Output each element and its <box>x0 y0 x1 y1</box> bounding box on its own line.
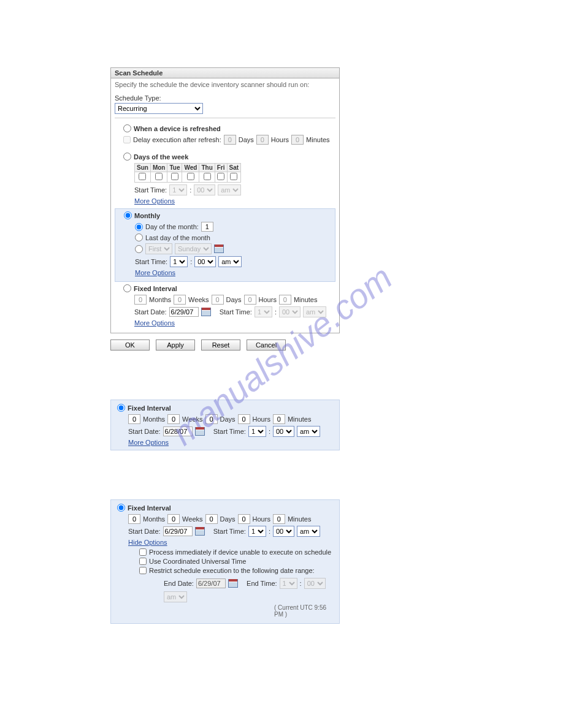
dow-head-fri: Fri <box>215 164 227 172</box>
ordinal-select[interactable]: First <box>145 243 172 254</box>
dow-table: Sun Mon Tue Wed Thu Fri Sat <box>134 163 241 183</box>
fixed-months-label: Months <box>149 296 171 303</box>
fixed3-minute-select[interactable]: 00 <box>273 526 294 537</box>
radio-fixed-3[interactable] <box>117 504 125 512</box>
calendar-icon[interactable] <box>195 527 205 536</box>
apply-button[interactable]: Apply <box>156 339 195 351</box>
fixed3-months-input[interactable] <box>128 514 140 524</box>
fixed-months-input[interactable] <box>134 295 147 305</box>
fixed-ampm-select[interactable]: am <box>303 306 326 317</box>
fixed2-days-input[interactable] <box>205 414 218 424</box>
fixed2-minutes-input[interactable] <box>273 414 285 424</box>
calendar-icon[interactable] <box>228 579 238 588</box>
fixed2-ampm-select[interactable]: am <box>297 426 320 437</box>
radio-fixed[interactable] <box>123 284 131 292</box>
fixed-interval-panel-2: Fixed Interval Months Weeks Days Hours M… <box>110 400 340 450</box>
fixed3-days-input[interactable] <box>205 514 218 524</box>
dow-check-wed[interactable] <box>187 173 194 180</box>
day-of-month-input[interactable] <box>201 222 213 232</box>
dow-minute-select[interactable]: 00 <box>194 184 215 195</box>
fixed2-weeks-input[interactable] <box>167 414 180 424</box>
fixed2-hours-label: Hours <box>253 415 270 423</box>
radio-refresh[interactable] <box>123 124 131 132</box>
ok-button[interactable]: OK <box>110 339 150 351</box>
calendar-icon[interactable] <box>201 308 211 316</box>
refresh-minutes-input[interactable] <box>291 135 304 145</box>
fixed3-minutes-input[interactable] <box>273 514 285 524</box>
monthly-more-options-link[interactable]: More Options <box>135 269 175 276</box>
fixed3-hours-input[interactable] <box>238 514 250 524</box>
opt-utc-checkbox[interactable] <box>139 558 147 565</box>
opt-restrict-range-label: Restrict schedule execution to the follo… <box>149 567 315 574</box>
fixed-minutes-input[interactable] <box>279 295 291 305</box>
fixed3-startdate-label: Start Date: <box>128 528 161 535</box>
fixed3-weeks-input[interactable] <box>167 514 180 524</box>
cancel-button[interactable]: Cancel <box>247 339 286 351</box>
weekday-select[interactable]: Sunday <box>175 243 212 254</box>
fixed-startdate-label: Start Date: <box>134 308 167 316</box>
fixed-days-input[interactable] <box>212 295 224 305</box>
fixed3-hide-options-link[interactable]: Hide Options <box>128 539 167 546</box>
end-minute-select[interactable]: 00 <box>304 578 326 589</box>
opt-process-immediately-checkbox[interactable] <box>139 548 147 556</box>
dow-check-fri[interactable] <box>217 173 224 180</box>
dow-check-mon[interactable] <box>155 173 163 180</box>
fixed3-startdate-input[interactable] <box>163 526 193 536</box>
fixed3-ampm-select[interactable]: am <box>297 526 320 537</box>
calendar-icon[interactable] <box>214 245 224 253</box>
dow-ampm-select[interactable]: am <box>218 184 241 195</box>
reset-button[interactable]: Reset <box>201 339 240 351</box>
day-of-month-label: Day of the month: <box>145 223 199 230</box>
dow-label: Days of the week <box>134 153 188 161</box>
radio-last-day[interactable] <box>135 233 143 241</box>
end-time-label: End Time: <box>247 580 277 587</box>
dow-more-options-link[interactable]: More Options <box>134 197 175 205</box>
dow-check-sat[interactable] <box>230 173 237 180</box>
dow-head-thu: Thu <box>199 164 215 172</box>
end-date-input[interactable] <box>196 578 226 588</box>
radio-ordinal[interactable] <box>135 245 143 253</box>
dow-hour-select[interactable]: 1 <box>169 184 187 195</box>
end-hour-select[interactable]: 1 <box>280 578 297 589</box>
schedule-type-label: Schedule Type: <box>115 94 335 102</box>
fixed-minute-select[interactable]: 00 <box>279 306 301 317</box>
fixed2-more-options-link[interactable]: More Options <box>128 439 169 446</box>
opt-restrict-range-checkbox[interactable] <box>139 567 147 574</box>
fixed2-startdate-input[interactable] <box>163 427 193 436</box>
radio-day-of-month[interactable] <box>135 223 143 231</box>
fixed3-hour-select[interactable]: 1 <box>248 526 266 537</box>
fixed-startdate-input[interactable] <box>169 307 199 317</box>
refresh-days-input[interactable] <box>224 135 236 145</box>
fixed-weeks-input[interactable] <box>174 295 186 305</box>
dow-check-sun[interactable] <box>139 173 146 180</box>
fixed2-minute-select[interactable]: 00 <box>273 426 294 437</box>
instruction-text: Specify the schedule the device inventor… <box>115 81 335 88</box>
monthly-ampm-select[interactable]: am <box>218 256 242 267</box>
delay-checkbox[interactable] <box>123 136 131 143</box>
refresh-section: When a device is refreshed Delay executi… <box>115 122 335 150</box>
panel-title: Scan Schedule <box>111 68 339 78</box>
dow-check-thu[interactable] <box>204 173 211 180</box>
refresh-hours-label: Hours <box>271 136 289 143</box>
fixed-more-options-link[interactable]: More Options <box>134 319 175 327</box>
calendar-icon[interactable] <box>195 427 205 436</box>
fixed2-startdate-label: Start Date: <box>128 428 161 435</box>
fixed2-months-input[interactable] <box>128 414 140 424</box>
monthly-hour-select[interactable]: 1 <box>170 256 188 267</box>
refresh-hours-input[interactable] <box>256 135 269 145</box>
fixed2-hour-select[interactable]: 1 <box>248 426 266 437</box>
dow-check-tue[interactable] <box>171 173 178 180</box>
radio-fixed-2[interactable] <box>117 404 125 412</box>
fixed-hours-input[interactable] <box>244 295 256 305</box>
radio-dow[interactable] <box>123 153 131 161</box>
scan-schedule-panel: Scan Schedule Specify the schedule the d… <box>110 67 340 333</box>
dow-head-sat: Sat <box>227 164 241 172</box>
schedule-type-select[interactable]: Recurring <box>115 103 203 114</box>
button-bar: OK Apply Reset Cancel <box>110 339 453 351</box>
fixed2-starttime-label: Start Time: <box>213 428 246 435</box>
end-ampm-select[interactable]: am <box>164 591 187 602</box>
radio-monthly[interactable] <box>124 211 132 219</box>
monthly-minute-select[interactable]: 00 <box>194 256 216 267</box>
fixed2-hours-input[interactable] <box>238 414 250 424</box>
fixed-hour-select[interactable]: 1 <box>255 306 272 317</box>
